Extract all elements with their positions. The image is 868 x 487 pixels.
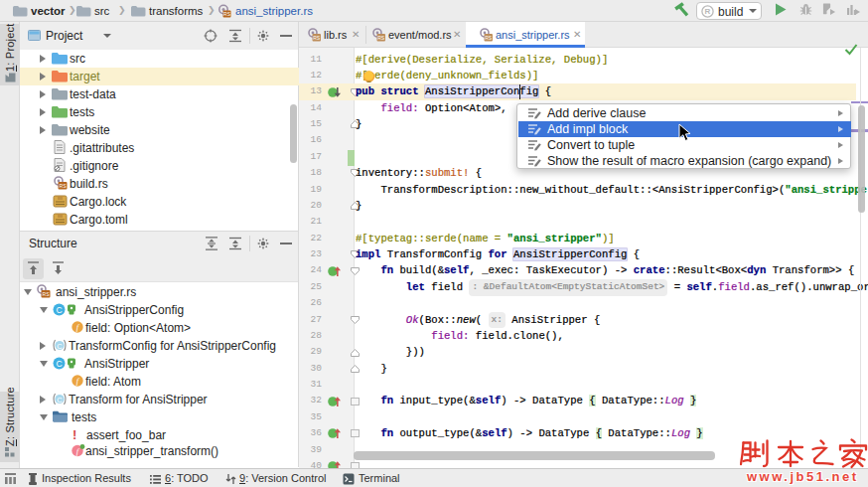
svg-text:R: R <box>705 7 711 16</box>
svg-text:RS: RS <box>485 35 493 41</box>
svg-text:RS: RS <box>377 35 385 41</box>
svg-text:C: C <box>56 305 62 315</box>
svg-text:RS: RS <box>223 11 231 17</box>
svg-text:C: C <box>57 396 63 405</box>
svg-text:RS: RS <box>313 35 321 41</box>
svg-text:C: C <box>57 342 63 351</box>
svg-text:RS: RS <box>43 291 51 297</box>
svg-text:C: C <box>56 359 62 369</box>
svg-text:RS: RS <box>60 183 68 189</box>
